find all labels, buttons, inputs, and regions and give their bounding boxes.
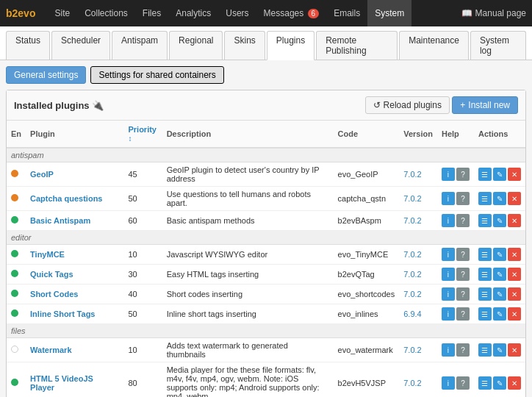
help-icon-button[interactable]: ? <box>456 376 470 390</box>
list-icon-button[interactable]: ☰ <box>478 287 492 301</box>
delete-icon-button[interactable]: ✕ <box>508 307 521 321</box>
info-icon-button[interactable]: i <box>442 168 455 181</box>
edit-icon-button[interactable]: ✎ <box>493 376 506 390</box>
tab-plugins[interactable]: Plugins <box>267 31 314 60</box>
col-priority: 30 <box>123 265 162 285</box>
info-icon-button[interactable]: i <box>442 307 455 321</box>
help-icon-button[interactable]: ? <box>456 268 470 281</box>
plugin-link[interactable]: HTML 5 VideoJS Player <box>30 374 93 392</box>
edit-icon-button[interactable]: ✎ <box>493 343 506 357</box>
edit-icon-button[interactable]: ✎ <box>493 214 506 227</box>
list-icon-button[interactable]: ☰ <box>478 248 492 261</box>
plugin-link[interactable]: GeoIP <box>30 170 54 179</box>
status-dot-green <box>11 310 18 317</box>
help-icon-button[interactable]: ? <box>456 248 470 261</box>
col-actions: ☰ ✎ ✕ <box>474 245 525 265</box>
delete-icon-button[interactable]: ✕ <box>508 268 521 281</box>
plugin-link[interactable]: Inline Short Tags <box>30 310 95 318</box>
manual-link[interactable]: 📖 Manual page <box>461 8 526 18</box>
col-header-priority[interactable]: Priority ↕ <box>123 121 162 148</box>
tab-remote-publishing[interactable]: Remote Publishing <box>316 31 398 60</box>
info-icon-button[interactable]: i <box>442 248 455 261</box>
plugin-link[interactable]: Short Codes <box>30 290 78 298</box>
plugin-link[interactable]: TinyMCE <box>30 250 65 259</box>
list-icon-button[interactable]: ☰ <box>478 268 492 281</box>
delete-icon-button[interactable]: ✕ <box>508 343 521 357</box>
table-row: TinyMCE 10 Javascript WYSIWYG editor evo… <box>7 245 525 265</box>
col-help: i ? <box>437 285 474 304</box>
edit-icon-button[interactable]: ✎ <box>493 287 506 301</box>
list-icon-button[interactable]: ☰ <box>478 307 492 321</box>
col-code: evo_shortcodes <box>334 285 400 304</box>
sectab-shared-containers[interactable]: Settings for shared containers <box>90 66 223 84</box>
col-en <box>7 265 26 285</box>
plugin-link[interactable]: Captcha questions <box>30 194 102 203</box>
delete-icon-button[interactable]: ✕ <box>508 168 521 181</box>
col-plugin: Inline Short Tags <box>26 304 123 324</box>
tab-skins[interactable]: Skins <box>224 31 265 60</box>
edit-icon-button[interactable]: ✎ <box>493 268 506 281</box>
info-icon-button[interactable]: i <box>442 192 455 205</box>
help-icon-button[interactable]: ? <box>456 287 470 301</box>
delete-icon-button[interactable]: ✕ <box>508 214 521 227</box>
tab-maintenance[interactable]: Maintenance <box>399 31 469 60</box>
tab-system-log[interactable]: System log <box>470 31 526 60</box>
tab-antispam[interactable]: Antispam <box>112 31 168 60</box>
info-icon-button[interactable]: i <box>442 287 455 301</box>
nav-messages[interactable]: Messages 6 <box>256 0 327 27</box>
nav-system[interactable]: System <box>367 0 411 26</box>
nav-analytics[interactable]: Analytics <box>168 0 218 26</box>
help-icon-button[interactable]: ? <box>456 307 470 321</box>
plugin-link[interactable]: Quick Tags <box>30 270 73 279</box>
help-icon-button[interactable]: ? <box>456 168 470 181</box>
col-en <box>7 187 26 211</box>
nav-site[interactable]: Site <box>47 0 77 26</box>
list-icon-button[interactable]: ☰ <box>478 192 492 205</box>
info-icon-button[interactable]: i <box>442 343 455 357</box>
col-help: i ? <box>437 187 474 211</box>
col-description: Javascript WYSIWYG editor <box>162 245 334 265</box>
reload-plugins-button[interactable]: ↺ Reload plugins <box>365 96 450 114</box>
col-description: Inline short tags inserting <box>162 304 334 324</box>
info-icon-button[interactable]: i <box>442 214 455 227</box>
list-icon-button[interactable]: ☰ <box>478 168 492 181</box>
col-version: 7.0.2 <box>399 362 437 398</box>
tab-scheduler[interactable]: Scheduler <box>51 31 110 60</box>
info-icon-button[interactable]: i <box>442 268 455 281</box>
plugin-link[interactable]: Watermark <box>30 346 71 354</box>
delete-icon-button[interactable]: ✕ <box>508 376 521 390</box>
info-icon-button[interactable]: i <box>442 376 455 390</box>
delete-icon-button[interactable]: ✕ <box>508 287 521 301</box>
sectab-general[interactable]: General settings <box>6 66 86 84</box>
col-en <box>7 338 26 362</box>
list-icon-button[interactable]: ☰ <box>478 343 492 357</box>
col-description: Media player for the these file formats:… <box>162 362 334 398</box>
help-icon-button[interactable]: ? <box>456 343 470 357</box>
tab-status[interactable]: Status <box>6 31 50 60</box>
col-plugin: Basic Antispam <box>26 211 123 231</box>
plugin-link[interactable]: Basic Antispam <box>30 216 90 225</box>
nav-emails[interactable]: Emails <box>326 0 367 26</box>
edit-icon-button[interactable]: ✎ <box>493 248 506 261</box>
plugins-header: Installed plugins 🔌 ↺ Reload plugins + I… <box>7 90 525 121</box>
list-icon-button[interactable]: ☰ <box>478 214 492 227</box>
tab-regional[interactable]: Regional <box>169 31 223 60</box>
col-actions: ☰ ✎ ✕ <box>474 338 525 362</box>
col-en <box>7 285 26 304</box>
nav-users[interactable]: Users <box>218 0 256 26</box>
nav-files[interactable]: Files <box>135 0 168 26</box>
col-priority: 10 <box>123 338 162 362</box>
edit-icon-button[interactable]: ✎ <box>493 192 506 205</box>
help-icon-button[interactable]: ? <box>456 192 470 205</box>
install-new-button[interactable]: + Install new <box>452 96 518 114</box>
edit-icon-button[interactable]: ✎ <box>493 168 506 181</box>
col-header-en: En <box>7 121 26 148</box>
delete-icon-button[interactable]: ✕ <box>508 192 521 205</box>
edit-icon-button[interactable]: ✎ <box>493 307 506 321</box>
nav-collections[interactable]: Collections <box>77 0 135 26</box>
delete-icon-button[interactable]: ✕ <box>508 248 521 261</box>
table-row: GeoIP 45 GeoIP plugin to detect user's c… <box>7 162 525 187</box>
list-icon-button[interactable]: ☰ <box>478 376 492 390</box>
help-icon-button[interactable]: ? <box>456 214 470 227</box>
col-plugin: Short Codes <box>26 285 123 304</box>
